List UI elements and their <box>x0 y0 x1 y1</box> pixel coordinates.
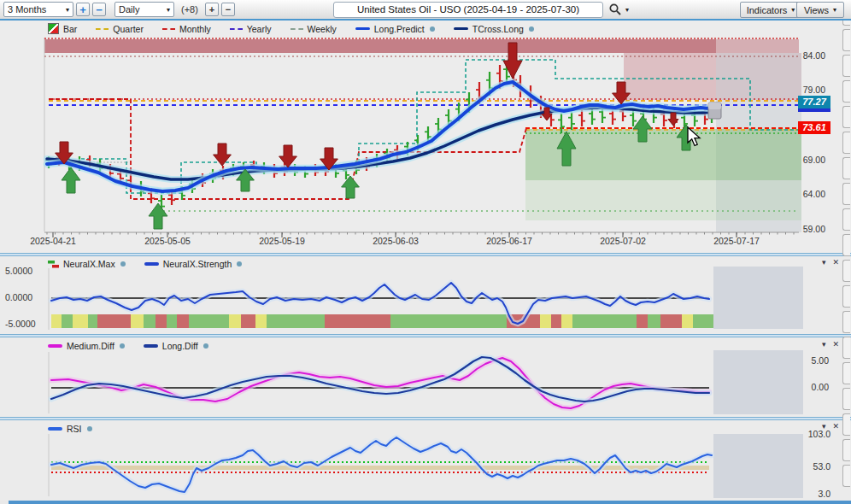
info-dot-icon[interactable] <box>120 261 126 267</box>
collapse-icon[interactable]: ▾ <box>822 340 826 349</box>
right-rail-button[interactable] <box>842 234 850 256</box>
right-rail-button[interactable] <box>842 183 850 205</box>
legend-item-rsi[interactable]: RSI <box>48 424 92 434</box>
legend-item-bar[interactable]: Bar <box>48 23 77 34</box>
info-dot-icon[interactable] <box>430 26 435 32</box>
right-rail-button[interactable] <box>842 260 850 282</box>
rsi-marker-icon <box>48 427 62 431</box>
collapse-icon[interactable]: ▾ <box>822 258 826 267</box>
monthly-marker-icon <box>162 28 175 30</box>
long-predict-marker-icon <box>355 27 370 31</box>
legend-label: Yearly <box>247 24 272 34</box>
legend-item-long-diff[interactable]: Long.Diff <box>144 341 208 351</box>
search-icon <box>608 3 622 16</box>
price-drag-handle[interactable] <box>707 102 723 120</box>
right-rail <box>842 0 851 504</box>
chevron-down-icon: ▾ <box>791 6 795 14</box>
interval-select[interactable]: Daily ▾ <box>114 2 174 17</box>
tcross-long-marker-icon <box>454 27 468 31</box>
right-rail-button[interactable] <box>842 80 850 103</box>
rsi-panel <box>0 420 851 501</box>
close-icon[interactable]: ✕ <box>832 340 839 349</box>
right-rail-button[interactable] <box>842 55 850 77</box>
symbol-title-box[interactable]: United States Oil - USO (2025-04-19 - 20… <box>333 2 603 18</box>
right-rail-button[interactable] <box>842 132 850 154</box>
right-rail-button[interactable] <box>842 439 850 461</box>
weekly-marker-icon <box>291 28 303 30</box>
panel-separator[interactable] <box>0 253 851 256</box>
legend-label: NeuralX.Strength <box>163 259 232 269</box>
indicators-button[interactable]: Indicators ▾ <box>740 2 801 18</box>
medium-diff-marker-icon <box>48 344 62 348</box>
close-icon[interactable]: ✕ <box>832 422 839 431</box>
bar-marker-icon <box>48 23 59 34</box>
range-value: 3 Months <box>8 4 46 15</box>
panel-separator[interactable] <box>0 334 851 337</box>
right-rail-button[interactable] <box>842 413 850 436</box>
legend-label: Long.Diff <box>162 341 198 351</box>
symbol-search[interactable]: ▾ <box>608 3 629 16</box>
panel-separator[interactable] <box>0 417 851 420</box>
yearly-line-axis-marker <box>798 108 830 112</box>
legend-item-yearly[interactable]: Yearly <box>230 24 272 34</box>
right-rail-button[interactable] <box>842 157 850 179</box>
indicators-label: Indicators <box>747 5 788 15</box>
diff-legend: Medium.DiffLong.Diff <box>0 341 208 351</box>
chevron-down-icon: ▾ <box>833 6 836 14</box>
right-rail-button[interactable] <box>842 285 850 308</box>
range-zoom-in-button[interactable]: + <box>76 3 90 16</box>
remove-bar-button[interactable]: − <box>221 3 235 16</box>
chevron-down-icon: ▾ <box>66 6 69 14</box>
info-dot-icon[interactable] <box>120 343 125 349</box>
collapse-icon[interactable]: ▾ <box>822 422 826 431</box>
right-rail-button[interactable] <box>842 337 850 359</box>
legend-item-neuralx-strength[interactable]: NeuralX.Strength <box>144 259 243 269</box>
support-price-badge: 73.61 <box>798 121 830 134</box>
toolbar: 3 Months ▾ + − Daily ▾ (+8) + − United S… <box>0 0 851 21</box>
quarter-marker-icon <box>96 28 109 30</box>
legend-item-medium-diff[interactable]: Medium.Diff <box>48 341 125 351</box>
right-rail-button[interactable] <box>842 362 850 384</box>
neuralx-strength-marker-icon <box>144 262 159 266</box>
add-bar-button[interactable]: + <box>205 3 219 16</box>
legend-item-monthly[interactable]: Monthly <box>162 24 211 34</box>
views-button[interactable]: Views ▾ <box>796 2 844 18</box>
legend-item-long-predict[interactable]: Long.Predict <box>355 24 435 34</box>
legend-label: Monthly <box>179 24 211 34</box>
main-chart-legend: BarQuarterMonthlyYearlyWeeklyLong.Predic… <box>0 23 534 34</box>
legend-label: RSI <box>67 424 82 434</box>
range-zoom-out-button[interactable]: − <box>92 3 106 16</box>
price-chart-panel <box>0 21 851 253</box>
legend-item-neuralx-max[interactable]: NeuralX.Max <box>48 259 126 269</box>
info-dot-icon[interactable] <box>203 343 208 349</box>
charting-app: 84.0079.0069.0064.0059.002025-04-212025-… <box>0 0 851 504</box>
yearly-marker-icon <box>230 28 243 30</box>
legend-label: Bar <box>63 24 77 34</box>
neuralx-legend: NeuralX.MaxNeuralX.Strength <box>0 259 242 269</box>
interval-value: Daily <box>119 4 139 15</box>
legend-label: Weekly <box>308 24 337 34</box>
long-diff-marker-icon <box>144 344 158 348</box>
range-select[interactable]: 3 Months ▾ <box>3 2 73 17</box>
legend-item-tcross-long[interactable]: TCross.Long <box>454 24 534 34</box>
predicted-price-badge: 77.27 <box>798 96 830 108</box>
legend-item-weekly[interactable]: Weekly <box>291 24 337 34</box>
diff-panel-controls: ▾ ✕ <box>822 340 839 349</box>
right-rail-button[interactable] <box>842 106 850 128</box>
info-dot-icon[interactable] <box>87 426 92 431</box>
legend-label: Long.Predict <box>374 24 425 34</box>
info-dot-icon[interactable] <box>237 261 242 267</box>
close-icon[interactable]: ✕ <box>832 258 839 267</box>
bottom-scrollbar[interactable] <box>9 501 851 504</box>
legend-item-quarter[interactable]: Quarter <box>96 24 144 34</box>
right-rail-button[interactable] <box>842 388 850 410</box>
info-dot-icon[interactable] <box>529 26 534 32</box>
right-rail-button[interactable] <box>842 465 850 487</box>
right-rail-button[interactable] <box>842 208 850 231</box>
neuralx-max-marker-icon <box>48 261 59 268</box>
right-rail-button[interactable] <box>842 29 850 51</box>
chevron-down-icon: ▾ <box>167 6 170 14</box>
legend-label: Medium.Diff <box>67 341 114 351</box>
mouse-cursor <box>687 126 704 149</box>
right-rail-button[interactable] <box>842 311 850 333</box>
